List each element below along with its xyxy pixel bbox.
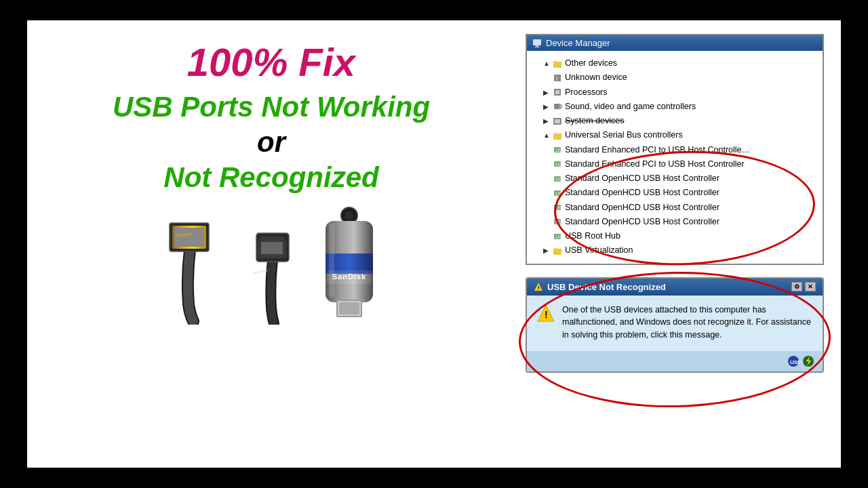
dm-row-openhcd2: USB Standard OpenHCD USB Host Controller	[531, 186, 818, 200]
dm-row-openhcd4: USB Standard OpenHCD USB Host Controller	[531, 215, 818, 229]
dm-row-sound: ▶ Sound, video and game controllers	[531, 100, 818, 114]
folder-icon	[553, 59, 562, 68]
dm-label-enhanced2: Standard Enhanced PCI to USB Host Contro…	[565, 157, 745, 171]
dialog-close-btn[interactable]: ✕	[805, 282, 816, 291]
title-usb-ports: USB Ports Not Working	[113, 91, 430, 123]
svg-rect-18	[533, 39, 541, 45]
arrow-virt: ▶	[543, 245, 550, 256]
taskbar-power-icon	[802, 355, 814, 367]
dm-label-openhcd1: Standard OpenHCD USB Host Controller	[565, 171, 719, 186]
dialog-warning-triangle: !	[536, 304, 555, 323]
dialog-bottom: USB	[527, 351, 823, 371]
arrow-system: ▶	[543, 115, 550, 127]
svg-rect-20	[534, 47, 540, 47]
svg-text:USB: USB	[555, 205, 562, 210]
dm-row-usb-virt: ▶ USB Virtualization	[531, 243, 818, 258]
svg-rect-48	[553, 248, 557, 250]
svg-rect-30	[555, 119, 560, 123]
dm-row-unknown-device: ! Unknown device	[531, 70, 818, 85]
usb-flash-svg: SanDisk	[312, 206, 387, 325]
usb-dialog-wrapper: ! USB Device Not Recognized ⚙ ✕	[526, 277, 824, 373]
usb-a-svg: amazon	[156, 209, 237, 325]
dm-label-sound: Sound, video and game controllers	[565, 100, 696, 114]
arrow-processors: ▶	[543, 87, 550, 98]
dialog-controls[interactable]: ⚙ ✕	[791, 282, 816, 291]
device-manager-titlebar: Device Manager	[527, 35, 823, 51]
dm-label-openhcd2: Standard OpenHCD USB Host Controller	[565, 186, 719, 200]
usb-device-icon-6: USB	[553, 217, 562, 226]
svg-text:!: !	[545, 309, 548, 320]
svg-text:USB: USB	[555, 148, 562, 152]
svg-rect-19	[536, 45, 538, 47]
title-or: or	[257, 126, 285, 159]
svg-text:USB: USB	[555, 191, 562, 196]
svg-rect-27	[554, 104, 559, 109]
close-icon: ✕	[808, 283, 813, 290]
system-icon	[553, 117, 562, 126]
dm-label-enhanced1: Standard Enhanced PCI to USB Host Contro…	[565, 143, 750, 157]
dialog-title-left: ! USB Device Not Recognized	[534, 282, 666, 292]
usb-device-icon-1: USB	[553, 145, 562, 155]
left-panel: 100% Fix USB Ports Not Working or Not Re…	[27, 20, 515, 468]
svg-text:!: !	[556, 75, 558, 82]
dm-label-openhcd3: Standard OpenHCD USB Host Controller	[565, 201, 719, 215]
dm-row-usb-controllers: ▲ Universal Serial Bus controllers	[531, 128, 818, 142]
svg-rect-6	[261, 242, 283, 254]
svg-text:USB: USB	[555, 177, 562, 182]
usb-not-recognized-dialog[interactable]: ! USB Device Not Recognized ⚙ ✕	[526, 277, 824, 373]
svg-rect-32	[553, 133, 557, 135]
usb-flash-drive: SanDisk	[312, 206, 387, 325]
svg-text:USB: USB	[555, 235, 562, 239]
taskbar-icons: USB	[787, 355, 814, 367]
dm-row-enhanced2: USB Standard Enhanced PCI to USB Host Co…	[531, 157, 818, 171]
svg-rect-26	[555, 90, 559, 94]
dm-label-unknown-device: Unknown device	[565, 70, 627, 85]
svg-rect-17	[329, 223, 334, 298]
device-manager-window: Device Manager ▲ Other devices ! Unknown…	[526, 34, 824, 265]
device-manager-content: ▲ Other devices ! Unknown device ▶ Pr	[527, 51, 823, 264]
dm-row-openhcd1: USB Standard OpenHCD USB Host Controller	[531, 171, 818, 186]
dialog-title-text: USB Device Not Recognized	[547, 282, 666, 292]
dm-label-system: System devices	[565, 114, 625, 128]
dm-row-processors: ▶ Processors	[531, 85, 818, 100]
usb-virt-icon	[553, 246, 562, 256]
processor-icon	[553, 87, 562, 97]
dialog-body: ! One of the USB devices attached to thi…	[527, 296, 823, 351]
dm-label-usb-root-hub: USB Root Hub	[565, 229, 620, 243]
svg-text:USB: USB	[555, 220, 562, 224]
right-panel: Device Manager ▲ Other devices ! Unknown…	[515, 20, 841, 468]
svg-point-9	[344, 211, 354, 220]
dm-row-system: ▶ System devices	[531, 114, 818, 128]
usb-folder-icon	[553, 131, 562, 140]
dm-label-usb-controllers: Universal Serial Bus controllers	[565, 128, 683, 142]
unknown-device-icon: !	[553, 73, 562, 83]
svg-text:SanDisk: SanDisk	[332, 272, 366, 281]
usb-device-icon-4: USB	[553, 188, 562, 198]
taskbar-usb-icon: USB	[787, 355, 800, 367]
computer-icon	[532, 39, 542, 48]
usb-b-svg: speedster	[244, 223, 305, 325]
svg-rect-2	[174, 228, 204, 247]
usb-root-hub-icon: USB	[553, 232, 562, 241]
dm-label-openhcd4: Standard OpenHCD USB Host Controller	[565, 215, 719, 229]
svg-text:USB: USB	[790, 359, 800, 365]
title-not-recognized: Not Recognized	[163, 161, 378, 194]
dm-label-usb-virt: USB Virtualization	[565, 243, 633, 258]
svg-rect-16	[339, 302, 359, 314]
usb-device-icon-3: USB	[553, 174, 562, 184]
sound-icon	[553, 102, 562, 111]
arrow-usb: ▲	[543, 129, 550, 141]
title-fix: 100% Fix	[187, 41, 355, 84]
usb-device-icon-5: USB	[553, 203, 562, 212]
svg-text:USB: USB	[555, 162, 562, 167]
dm-row-enhanced1: USB Standard Enhanced PCI to USB Host Co…	[531, 143, 818, 157]
svg-text:!: !	[538, 285, 540, 291]
dm-row-other-devices: ▲ Other devices	[531, 56, 818, 70]
main-container: 100% Fix USB Ports Not Working or Not Re…	[27, 20, 841, 468]
usb-images-section: amazon	[156, 206, 387, 325]
svg-rect-22	[553, 61, 557, 63]
dialog-settings-btn[interactable]: ⚙	[791, 282, 802, 291]
svg-marker-28	[559, 103, 562, 110]
usb-cable-a: amazon	[156, 209, 237, 325]
dm-label-processors: Processors	[565, 85, 608, 100]
